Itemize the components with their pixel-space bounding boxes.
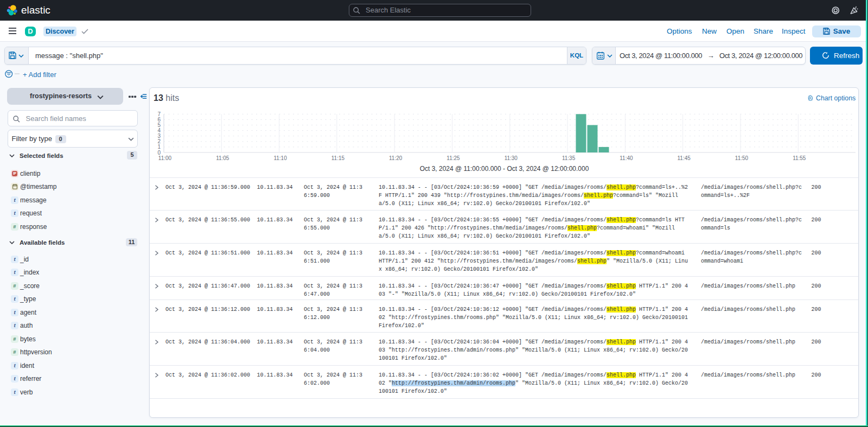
svg-text:11:10: 11:10 — [273, 155, 287, 161]
svg-text:11:55: 11:55 — [793, 155, 806, 161]
svg-text:11:35: 11:35 — [562, 155, 576, 161]
svg-text:11:15: 11:15 — [331, 155, 345, 161]
svg-text:11:00: 11:00 — [158, 155, 172, 161]
svg-text:11:05: 11:05 — [216, 155, 229, 161]
svg-text:1: 1 — [157, 144, 161, 150]
svg-text:3: 3 — [157, 133, 161, 139]
svg-text:11:40: 11:40 — [620, 155, 633, 161]
svg-text:0: 0 — [157, 150, 161, 156]
svg-text:11:30: 11:30 — [505, 155, 518, 161]
svg-text:2: 2 — [157, 138, 161, 144]
svg-text:11:25: 11:25 — [446, 155, 460, 161]
svg-text:11:50: 11:50 — [735, 155, 749, 161]
svg-text:11:45: 11:45 — [678, 155, 691, 161]
svg-text:4: 4 — [157, 128, 161, 133]
svg-text:7: 7 — [157, 111, 161, 117]
svg-text:6: 6 — [157, 117, 161, 123]
svg-text:5: 5 — [157, 122, 161, 128]
svg-text:11:20: 11:20 — [389, 155, 403, 161]
